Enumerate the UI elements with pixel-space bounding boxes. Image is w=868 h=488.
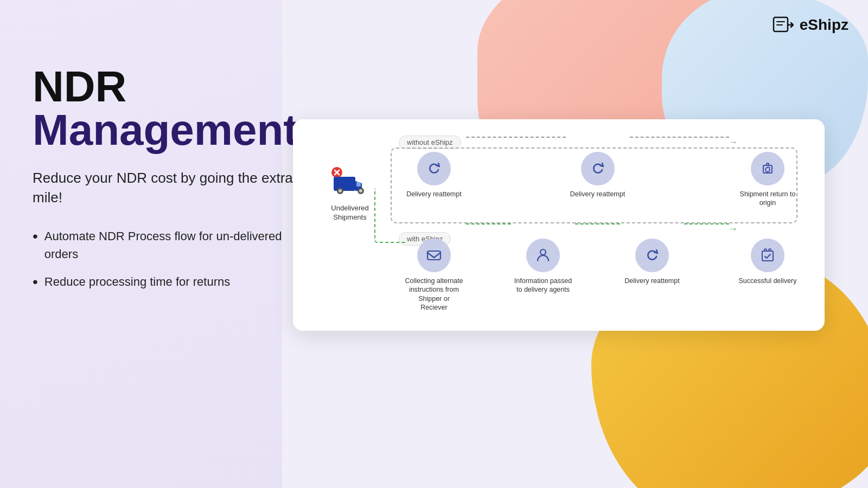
email-label: Collecting alternate instructions from S… [404,277,464,312]
svg-point-7 [359,189,362,192]
arrow-head-green: → [728,223,738,235]
logo: eShipz [771,13,848,37]
truck-icon [328,163,372,201]
svg-rect-3 [356,182,361,187]
flow-node-success: Successful delivery [738,239,797,285]
bullet-list: Automate NDR Process flow for un-deliver… [33,227,293,291]
arrow-green-2 [575,223,620,224]
arrow-1 [466,137,566,138]
logo-text: eShipz [800,16,848,34]
agent-label: Information passed to delivery agents [513,277,573,294]
diagram-inner: without eShipz with eShipz [315,136,803,314]
subtitle: Reduce your NDR cost by going the extra … [33,168,293,208]
without-border-box [391,147,797,223]
arrow-green-1 [466,223,511,224]
svg-point-5 [339,189,342,192]
arrow-2 [630,137,730,138]
flow-node-email: Collecting alternate instructions from S… [404,239,464,312]
retry3-label: Delivery reattempt [624,277,679,285]
flow-node-agent: Information passed to delivery agents [513,239,573,294]
email-circle [417,239,451,272]
svg-point-10 [540,249,546,255]
svg-rect-11 [762,251,773,261]
success-circle [751,239,784,272]
with-row-nodes: Collecting alternate instructions from S… [404,239,797,312]
heading-management: Management [33,108,293,152]
svg-rect-2 [334,177,355,191]
diagram-card: without eShipz with eShipz [293,119,825,331]
flow-node-retry3: Delivery reattempt [622,239,682,285]
arrow-green-3 [684,223,729,224]
agent-circle [526,239,560,272]
arrow-head-2: → [728,137,738,148]
logo-icon [771,13,795,37]
left-content: NDR Management Reduce your NDR cost by g… [33,65,293,300]
heading-ndr: NDR [33,65,293,108]
list-item: Automate NDR Process flow for un-deliver… [33,227,293,263]
svg-rect-9 [427,251,441,260]
success-label: Successful delivery [739,277,797,285]
list-item: Reduce processing time for returns [33,273,293,291]
retry3-circle [635,239,669,272]
